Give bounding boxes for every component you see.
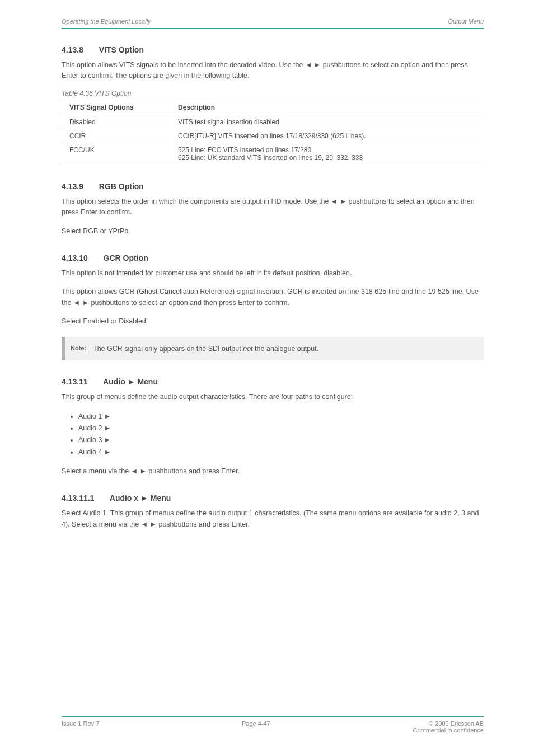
- note-text-tail: the analogue output.: [253, 345, 318, 353]
- note-text-not: not: [243, 345, 252, 353]
- sec-rgb-para2: Select RGB or YPrPb.: [62, 226, 484, 237]
- list-item: Audio 3 ►: [78, 434, 484, 446]
- note-text-lead: The GCR signal only appears on the SDI o…: [93, 345, 243, 353]
- vits-desc-1: CCIR[ITU-R] VITS inserted on lines 17/18…: [176, 129, 484, 143]
- sec-audio-number: 4.13.11: [62, 377, 88, 386]
- sec-gcr-number: 4.13.10: [62, 253, 88, 262]
- sec-vits-title: VITS Option: [99, 45, 144, 54]
- table-row: Disabled VITS test signal insertion disa…: [62, 115, 484, 129]
- vits-desc-0: VITS test signal insertion disabled.: [176, 115, 484, 129]
- footer-left: Issue 1 Rev 7: [62, 720, 99, 734]
- sec-audiox-title: Audio x ► Menu: [110, 494, 171, 503]
- list-item: Audio 1 ►: [78, 411, 484, 422]
- gcr-note: Note: The GCR signal only appears on the…: [62, 337, 484, 360]
- list-item: Audio 4 ►: [78, 447, 484, 458]
- sec-gcr-para2: This option allows GCR (Ghost Cancellati…: [62, 287, 484, 308]
- sec-audio-para: This group of menus define the audio out…: [62, 392, 484, 402]
- header-right: Output Menu: [448, 18, 484, 25]
- note-label: Note:: [71, 345, 86, 351]
- sec-rgb-title: RGB Option: [99, 182, 144, 191]
- sec-audio-tail: Select a menu via the ◄ ► pushbuttons an…: [62, 466, 484, 477]
- sec-audiox-para: Select Audio 1. This group of menus defi…: [62, 508, 484, 530]
- vits-opt-0: Disabled: [62, 115, 176, 129]
- vits-desc-2: 525 Line: FCC VITS inserted on lines 17/…: [176, 143, 484, 165]
- sec-audiox-heading: 4.13.11.1 Audio x ► Menu: [62, 494, 484, 503]
- table-row: FCC/UK 525 Line: FCC VITS inserted on li…: [62, 143, 484, 165]
- vits-th-option: VITS Signal Options: [62, 100, 176, 115]
- vits-opt-1: CCIR: [62, 129, 176, 143]
- vits-options-table: VITS Signal Options Description Disabled…: [62, 100, 484, 165]
- audio-paths-list: Audio 1 ► Audio 2 ► Audio 3 ► Audio 4 ►: [62, 411, 484, 458]
- vits-opt-2: FCC/UK: [62, 143, 176, 165]
- vits-table-caption: Table 4.36 VITS Option: [62, 90, 484, 97]
- sec-gcr-para1: This option is not intended for customer…: [62, 268, 484, 279]
- sec-gcr-title: GCR Option: [104, 253, 148, 262]
- footer-right: © 2009 Ericsson AB Commercial in confide…: [413, 720, 484, 734]
- page-footer: Issue 1 Rev 7 Page 4-47 © 2009 Ericsson …: [62, 716, 484, 734]
- sec-rgb-para1: This option selects the order in which t…: [62, 196, 484, 218]
- sec-gcr-heading: 4.13.10 GCR Option: [62, 253, 484, 262]
- sec-gcr-para3: Select Enabled or Disabled.: [62, 316, 484, 327]
- sec-vits-para: This option allows VITS signals to be in…: [62, 60, 484, 82]
- header-left: Operating the Equipment Locally: [62, 18, 151, 25]
- sec-rgb-heading: 4.13.9 RGB Option: [62, 182, 484, 191]
- sec-audio-title: Audio ► Menu: [103, 377, 158, 386]
- table-row: CCIR CCIR[ITU-R] VITS inserted on lines …: [62, 129, 484, 143]
- sec-vits-number: 4.13.8: [62, 45, 83, 54]
- vits-th-desc: Description: [176, 100, 484, 115]
- sec-audiox-number: 4.13.11.1: [62, 494, 94, 503]
- sec-audio-heading: 4.13.11 Audio ► Menu: [62, 377, 484, 386]
- list-item: Audio 2 ►: [78, 422, 484, 434]
- sec-rgb-number: 4.13.9: [62, 182, 83, 191]
- sec-vits-heading: 4.13.8 VITS Option: [62, 45, 484, 54]
- footer-center: Page 4-47: [242, 720, 270, 734]
